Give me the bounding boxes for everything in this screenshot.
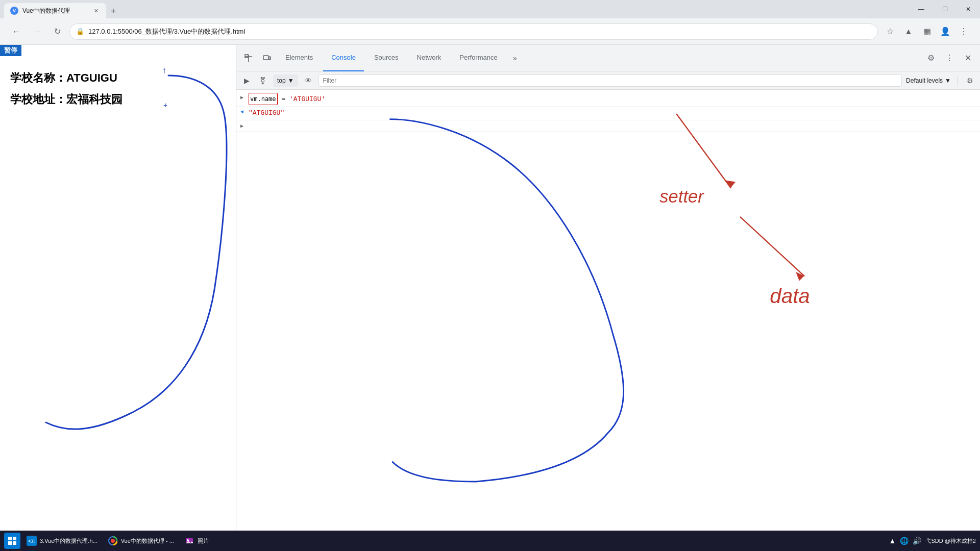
taskbar-network-icon[interactable]: 🌐	[900, 537, 909, 545]
main-area: 暂停 学校名称：ATGUIGU 学校地址：宏福科技园 ↑ +	[0, 45, 980, 531]
svg-rect-15	[8, 541, 12, 545]
svg-marker-8	[726, 181, 736, 188]
taskbar-item-photos[interactable]: 照片	[180, 532, 213, 550]
string-value-1: 'ATGUIGU'	[289, 95, 325, 103]
svg-rect-5	[263, 56, 268, 60]
page-content: 暂停 学校名称：ATGUIGU 学校地址：宏福科技园 ↑ +	[0, 45, 236, 531]
school-name-label: 学校名称：	[10, 71, 66, 84]
console-content-1: vm.name = 'ATGUIGU'	[249, 93, 976, 105]
svg-rect-13	[8, 537, 12, 540]
expand-arrow-1[interactable]: ▶	[240, 93, 249, 101]
menu-button[interactable]: ⋮	[955, 23, 972, 40]
console-output: ▶ vm.name = 'ATGUIGU' ◄ "ATGUIGU" ▶	[236, 90, 980, 531]
taskbar: </> 3.Vue中的数据代理.h... Vue中的数据代理 - ... 照片 …	[0, 531, 980, 551]
svg-rect-14	[13, 537, 16, 540]
code-badge-vmname: vm.name	[249, 93, 278, 105]
devtools-tab-bar: Elements Console Sources Network Perform…	[236, 45, 980, 71]
string-value-2: "ATGUIGU"	[249, 109, 284, 117]
inspect-element-icon[interactable]	[240, 50, 257, 66]
back-button[interactable]: ←	[8, 23, 24, 40]
taskbar-item-chrome-label: Vue中的数据代理 - ...	[121, 537, 174, 545]
console-row-1: ▶ vm.name = 'ATGUIGU'	[236, 92, 980, 107]
tab-sources[interactable]: Sources	[366, 45, 407, 71]
svg-rect-16	[13, 541, 16, 545]
clear-icon[interactable]: ⚧	[257, 74, 269, 87]
new-tab-button[interactable]: +	[106, 4, 120, 18]
taskbar-right: ▲ 🌐 🔊 弋SDD @待木成桂2	[889, 537, 976, 545]
tab-title: Vue中的数据代理	[22, 7, 88, 15]
operator-1: =	[281, 95, 289, 103]
nav-right-controls: ☆ ▲ ▦ 👤 ⋮	[882, 23, 972, 40]
console-settings-icon[interactable]: ⚙	[964, 74, 976, 87]
tab-close-button[interactable]: ✕	[92, 7, 100, 15]
taskbar-item-photos-label: 照片	[198, 537, 209, 545]
devtools-panel: Elements Console Sources Network Perform…	[236, 45, 980, 531]
taskbar-speaker-icon[interactable]: 🔊	[913, 537, 921, 545]
tab-console[interactable]: Console	[323, 45, 364, 71]
svg-text:setter: setter	[659, 187, 704, 206]
tab-bar: V Vue中的数据代理 ✕ +	[4, 0, 120, 18]
school-addr: 学校地址：宏福科技园	[10, 92, 226, 107]
more-options-icon[interactable]: ⋮	[941, 50, 958, 66]
address-text: 127.0.0.1:5500/06_数据代理/3.Vue中的数据代理.html	[88, 27, 871, 36]
close-button[interactable]: ✕	[957, 0, 980, 18]
start-button[interactable]	[4, 533, 20, 549]
svg-rect-6	[269, 57, 271, 60]
expand-arrow-3[interactable]: ▶	[240, 121, 249, 129]
console-row-3: ▶	[236, 120, 980, 132]
bookmark-button[interactable]: ☆	[882, 23, 898, 40]
settings-icon[interactable]: ⚙	[923, 50, 939, 66]
pause-badge: 暂停	[0, 45, 21, 56]
collapse-arrow-2[interactable]: ◄	[240, 108, 249, 115]
active-tab[interactable]: V Vue中的数据代理 ✕	[4, 3, 106, 18]
svg-text:data: data	[770, 284, 810, 308]
tab-network[interactable]: Network	[409, 45, 450, 71]
filter-input[interactable]	[318, 74, 902, 87]
address-bar[interactable]: 🔒 127.0.0.1:5500/06_数据代理/3.Vue中的数据代理.htm…	[69, 23, 878, 40]
school-name: 学校名称：ATGUIGU	[10, 70, 226, 86]
chrome-icon	[108, 536, 118, 546]
tab-favicon: V	[10, 7, 18, 15]
more-tabs-button[interactable]: »	[508, 51, 522, 65]
svg-line-10	[741, 217, 804, 276]
taskbar-item-vscode[interactable]: </> 3.Vue中的数据代理.h...	[22, 532, 102, 550]
annotation-overlay: ↑ +	[0, 45, 236, 531]
account-button[interactable]: 👤	[937, 23, 953, 40]
photos-icon	[184, 536, 194, 546]
console-content-2: "ATGUIGU"	[249, 108, 976, 119]
console-toolbar: ▶ ⚧ top ▼ 👁 Default levels ▼ ⚙	[236, 71, 980, 90]
vscode-icon: </>	[27, 536, 37, 546]
console-row-2: ◄ "ATGUIGU"	[236, 107, 980, 120]
eye-icon[interactable]: 👁	[302, 74, 314, 87]
extensions-button[interactable]: ▦	[919, 23, 935, 40]
forward-button[interactable]: →	[29, 23, 45, 40]
tab-performance[interactable]: Performance	[451, 45, 505, 71]
log-levels-selector[interactable]: Default levels ▼	[906, 77, 951, 84]
taskbar-notification-icon[interactable]: ▲	[889, 537, 896, 545]
profile-button[interactable]: ▲	[900, 23, 917, 40]
window-controls: — ☐ ✕	[910, 0, 980, 18]
svg-rect-2	[245, 55, 248, 58]
run-icon[interactable]: ▶	[240, 74, 253, 87]
navbar: ← → ↻ 🔒 127.0.0.1:5500/06_数据代理/3.Vue中的数据…	[0, 18, 980, 45]
devtools-annotation-svg: setter data	[236, 90, 980, 531]
school-addr-value: 宏福科技园	[66, 93, 122, 106]
school-name-value: ATGUIGU	[66, 71, 117, 84]
school-addr-label: 学校地址：	[10, 93, 66, 106]
minimize-button[interactable]: —	[910, 0, 933, 18]
taskbar-item-vscode-label: 3.Vue中的数据代理.h...	[40, 537, 97, 545]
titlebar: V Vue中的数据代理 ✕ + — ☐ ✕	[0, 0, 980, 18]
context-selector[interactable]: top ▼	[273, 74, 298, 87]
svg-text:</>: </>	[28, 538, 35, 544]
taskbar-item-chrome[interactable]: Vue中的数据代理 - ...	[104, 532, 178, 550]
maximize-button[interactable]: ☐	[933, 0, 957, 18]
svg-marker-11	[796, 272, 804, 281]
tab-elements[interactable]: Elements	[277, 45, 321, 71]
reload-button[interactable]: ↻	[49, 23, 65, 40]
close-devtools-icon[interactable]: ✕	[960, 50, 976, 66]
device-emulation-icon[interactable]	[259, 50, 275, 66]
svg-point-19	[111, 539, 115, 543]
taskbar-right-text: 弋SDD @待木成桂2	[925, 537, 976, 545]
